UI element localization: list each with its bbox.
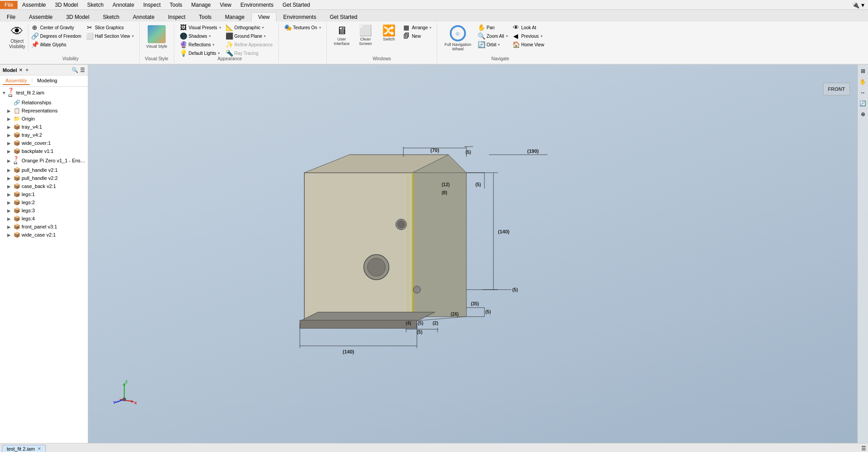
tree-item-origin[interactable]: ▶ 📁 Origin bbox=[0, 115, 88, 123]
center-of-gravity-button[interactable]: ⊕ Center of Gravity bbox=[29, 23, 83, 31]
svg-text:(35): (35) bbox=[471, 301, 479, 306]
menu-assemble[interactable]: Assemble bbox=[18, 1, 50, 9]
full-nav-wheel-button[interactable]: ◎ Full NavigationWheel bbox=[441, 23, 475, 53]
list-icon[interactable]: ☰ bbox=[80, 67, 85, 73]
tree-item-tray2[interactable]: ▶ 📦 tray_v4:2 bbox=[0, 131, 88, 139]
tree-item-backplate[interactable]: ▶ 📦 backplate v1:1 bbox=[0, 147, 88, 155]
tree-item-case-back[interactable]: ▶ 📦 case_back v2:1 bbox=[0, 182, 88, 190]
ribbon-tab-3dmodel[interactable]: 3D Model bbox=[59, 12, 96, 22]
panel-icon-3[interactable]: ↔ bbox=[859, 88, 868, 97]
tab-menu-icon[interactable]: ☰ bbox=[861, 445, 866, 452]
viewport[interactable]: FRONT ⊞ ✋ ↔ 🔄 ⊕ bbox=[88, 65, 868, 443]
orbit-button[interactable]: 🔄 Orbit ▾ bbox=[476, 40, 510, 49]
tree-item-legs1[interactable]: ▶ 📦 legs:1 bbox=[0, 190, 88, 198]
tree-label-orange-pi: Orange Pi Zero v1_1 - Ensaml bbox=[22, 158, 86, 163]
new-button[interactable]: 🗐 New bbox=[401, 32, 434, 40]
tab-close-icon[interactable]: ✕ bbox=[37, 446, 41, 451]
reflections-label: Reflections bbox=[189, 42, 211, 47]
menu-sketch[interactable]: Sketch bbox=[82, 1, 108, 9]
group-visual-style: Visual Style Visual Style bbox=[140, 22, 174, 63]
panel-icon-1[interactable]: ⊞ bbox=[859, 67, 868, 76]
menu-3dmodel[interactable]: 3D Model bbox=[50, 1, 82, 9]
model-add-icon[interactable]: ＋ bbox=[24, 66, 30, 74]
orthographic-button[interactable]: 📐 Orthographic ▾ bbox=[224, 23, 275, 31]
search-icon[interactable]: 🔍 bbox=[72, 67, 78, 73]
doc-tab-test-fit[interactable]: test_fit 2.iam ✕ bbox=[2, 445, 46, 452]
ribbon-tab-sketch[interactable]: Sketch bbox=[96, 12, 126, 22]
ribbon-tab-tools[interactable]: Tools bbox=[192, 12, 218, 22]
menu-view[interactable]: View bbox=[215, 1, 236, 9]
sidebar: Model ✕ ＋ 🔍 ☰ Assembly | Modeling ▼ ❓🗂 t… bbox=[0, 65, 88, 443]
textures-on-button[interactable]: 🎭 Textures On ▾ bbox=[282, 23, 323, 31]
switch-button[interactable]: 🔀 Switch bbox=[378, 23, 400, 43]
arrange-button[interactable]: ▦ Arrange ▾ bbox=[401, 23, 434, 31]
svg-point-10 bbox=[367, 258, 385, 276]
help-icon[interactable]: ▾ bbox=[861, 1, 864, 9]
shadows-button[interactable]: 🌑 Shadows ▾ bbox=[178, 32, 223, 40]
ribbon-tab-assemble[interactable]: Assemble bbox=[22, 12, 59, 22]
menu-file[interactable]: File bbox=[0, 1, 18, 9]
ribbon-tab-manage[interactable]: Manage bbox=[218, 12, 251, 22]
ground-icon: ⬛ bbox=[226, 32, 233, 40]
refine-appearance-button[interactable]: ✨ Refine Appearance bbox=[224, 40, 275, 49]
tree-item-pull2[interactable]: ▶ 📦 pull_handle v2:2 bbox=[0, 174, 88, 182]
menu-tools[interactable]: Tools bbox=[165, 1, 187, 9]
object-visibility-button[interactable]: 👁 ObjectVisibility bbox=[5, 23, 28, 51]
tab-modeling[interactable]: Modeling bbox=[35, 77, 60, 85]
look-at-button[interactable]: 👁 Look At bbox=[511, 23, 546, 31]
menu-annotate[interactable]: Annotate bbox=[108, 1, 139, 9]
ribbon-tab-get-started[interactable]: Get Started bbox=[323, 12, 364, 22]
tree-item-legs4[interactable]: ▶ 📦 legs:4 bbox=[0, 215, 88, 223]
tree-item-representations[interactable]: ▶ 📋 Representations bbox=[0, 107, 88, 115]
appearance-row2: 📐 Orthographic ▾ ⬛ Ground Plane ▾ ✨ Refi… bbox=[224, 23, 275, 57]
ribbon-tab-environments[interactable]: Environments bbox=[276, 12, 323, 22]
tree-item-wide-cover[interactable]: ▶ 📦 wide_cover:1 bbox=[0, 139, 88, 147]
degrees-of-freedom-button[interactable]: 🔗 Degrees of Freedom bbox=[29, 32, 83, 40]
tab-assembly[interactable]: Assembly bbox=[3, 77, 30, 85]
imate-glyphs-button[interactable]: 📌 iMate Glyphs bbox=[29, 40, 83, 49]
cog-icon: ⊕ bbox=[31, 24, 38, 31]
tree-label-relationships: Relationships bbox=[22, 100, 86, 105]
panel-icon-2[interactable]: ✋ bbox=[859, 77, 868, 86]
zoom-label: Zoom All bbox=[487, 34, 504, 39]
reflections-button[interactable]: 🔮 Reflections ▾ bbox=[178, 40, 223, 49]
menu-environments[interactable]: Environments bbox=[236, 1, 278, 9]
tree-item-pull1[interactable]: ▶ 📦 pull_handle v2:1 bbox=[0, 166, 88, 174]
menu-manage[interactable]: Manage bbox=[187, 1, 215, 9]
tree-item-wide-case[interactable]: ▶ 📦 wide_case v2:1 bbox=[0, 231, 88, 239]
tree-item-legs2[interactable]: ▶ 📦 legs:2 bbox=[0, 198, 88, 206]
half-section-button[interactable]: ⬜ Half Section View ▾ bbox=[84, 32, 136, 40]
clean-screen-button[interactable]: ⬜ CleanScreen bbox=[354, 23, 377, 48]
textures-icon: 🎭 bbox=[284, 24, 291, 31]
pan-button[interactable]: ✋ Pan bbox=[476, 23, 510, 31]
svg-text:(5): (5) bbox=[417, 330, 422, 335]
visual-presets-button[interactable]: 🖼 Visual Presets ▾ bbox=[178, 23, 223, 31]
tree-item-orange-pi[interactable]: ▶ ❓🗂 Orange Pi Zero v1_1 - Ensaml bbox=[0, 155, 88, 166]
panel-icon-4[interactable]: 🔄 bbox=[859, 99, 868, 108]
tree-item-front-panel[interactable]: ▶ 📦 front_panel v3:1 bbox=[0, 223, 88, 231]
tree-item-legs3[interactable]: ▶ 📦 legs:3 bbox=[0, 206, 88, 215]
panel-icon-5[interactable]: ⊕ bbox=[859, 110, 868, 119]
previous-button[interactable]: ◀ Previous ▾ bbox=[511, 32, 546, 40]
visual-style-button[interactable]: Visual Style bbox=[143, 23, 170, 50]
ribbon-tab-annotate[interactable]: Annotate bbox=[126, 12, 161, 22]
svg-text:X: X bbox=[134, 401, 137, 405]
nav-cube[interactable]: FRONT bbox=[823, 83, 850, 95]
tree-item-tray1[interactable]: ▶ 📦 tray_v4:1 bbox=[0, 123, 88, 131]
menu-inspect[interactable]: Inspect bbox=[139, 1, 165, 9]
tree-item-relationships[interactable]: 🔗 Relationships bbox=[0, 98, 88, 107]
ground-plane-button[interactable]: ⬛ Ground Plane ▾ bbox=[224, 32, 275, 40]
tree-item-root[interactable]: ▼ ❓🗂 test_fit 2.iam bbox=[0, 87, 88, 98]
ribbon-tab-inspect[interactable]: Inspect bbox=[161, 12, 192, 22]
menu-get-started[interactable]: Get Started bbox=[278, 1, 314, 9]
ribbon-tabs: File Assemble 3D Model Sketch Annotate I… bbox=[0, 10, 868, 22]
model-close-icon[interactable]: ✕ bbox=[19, 67, 23, 72]
slice-graphics-button[interactable]: ✂ Slice Graphics bbox=[84, 23, 136, 31]
user-interface-button[interactable]: 🖥 UserInterface bbox=[330, 23, 353, 48]
home-view-button[interactable]: 🏠 Home View bbox=[511, 40, 546, 49]
part-icon: 📦 bbox=[14, 148, 21, 154]
ribbon-tab-view[interactable]: View bbox=[251, 12, 276, 22]
zoom-all-button[interactable]: 🔍 Zoom All ▾ bbox=[476, 32, 510, 40]
tree-label-legs2: legs:2 bbox=[22, 200, 86, 205]
ribbon-tab-file[interactable]: File bbox=[0, 12, 22, 22]
